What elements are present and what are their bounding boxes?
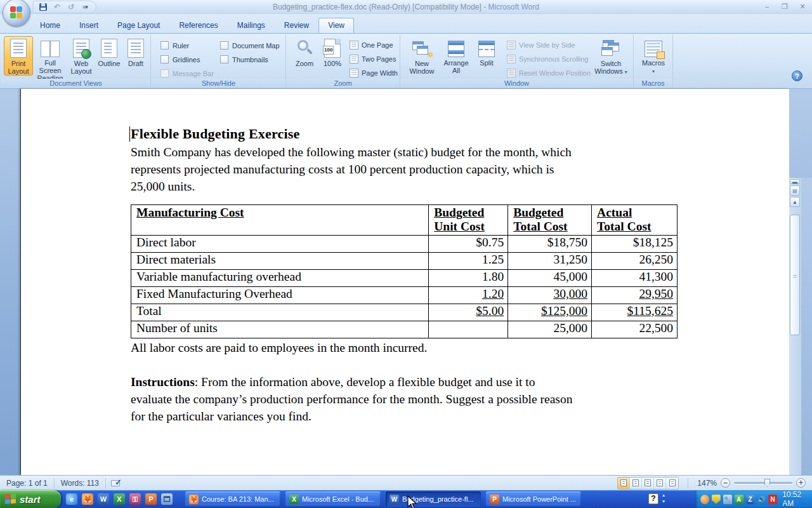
customize-qat-button[interactable]: ≡▾ bbox=[79, 2, 91, 12]
full-screen-reading-button[interactable]: Full Screen Reading bbox=[34, 36, 66, 83]
draft-view-button[interactable] bbox=[666, 478, 678, 489]
tools-icon[interactable]: 🔧 bbox=[723, 495, 732, 504]
gridlines-checkbox[interactable]: Gridlines bbox=[160, 55, 200, 64]
word-icon[interactable]: W bbox=[98, 493, 109, 505]
instructions-paragraph: Instructions: From the information above… bbox=[131, 373, 678, 425]
outline-view-button[interactable] bbox=[654, 478, 666, 489]
two-pages-button[interactable]: Two Pages bbox=[350, 55, 396, 64]
z-app-icon[interactable]: Z bbox=[746, 495, 755, 504]
zoom-button[interactable]: Zoom bbox=[291, 36, 318, 68]
clock[interactable]: 10:52 AM bbox=[782, 490, 812, 508]
norton-icon[interactable]: N bbox=[768, 495, 777, 504]
switch-windows-button[interactable]: Switch Windows ▾ bbox=[592, 36, 630, 77]
zoom-slider[interactable] bbox=[734, 482, 792, 484]
antivirus-icon[interactable]: A bbox=[735, 495, 743, 504]
tab-page-layout[interactable]: Page Layout bbox=[108, 18, 169, 33]
internet-explorer-icon[interactable]: e bbox=[66, 493, 77, 505]
redo-button[interactable]: ↺ bbox=[65, 2, 77, 12]
start-label: start bbox=[20, 494, 41, 505]
macros-label: Macros▾ bbox=[642, 59, 665, 76]
macros-button[interactable]: Macros▾ bbox=[637, 36, 670, 76]
vertical-scrollbar[interactable]: ▬ ▤ ▲ ▼ ◂ ● ▸ bbox=[789, 178, 801, 508]
cell-value: 1.80 bbox=[429, 270, 508, 287]
document-page[interactable]: Flexible Budgeting Exercise Smith Compan… bbox=[20, 89, 789, 475]
access-key-icon[interactable]: ⚿ bbox=[129, 493, 141, 505]
page-width-button[interactable]: Page Width bbox=[350, 69, 398, 77]
help-agent-icon[interactable]: ? bbox=[648, 493, 658, 504]
tab-view[interactable]: View bbox=[318, 18, 354, 33]
zoom-slider-thumb[interactable] bbox=[764, 479, 770, 487]
office-button[interactable] bbox=[3, 0, 30, 27]
one-page-button[interactable]: One Page bbox=[350, 41, 393, 50]
proofing-status-icon[interactable]: ✓ bbox=[111, 479, 122, 488]
taskbar-button-word-active[interactable]: W Budgeting_practice-fl... bbox=[386, 491, 481, 507]
draft-button[interactable]: Draft bbox=[123, 36, 148, 68]
zoom-level[interactable]: 147% bbox=[697, 479, 717, 488]
app-name-text: - Microsoft Word bbox=[483, 3, 539, 11]
page-indicator[interactable]: Page: 1 of 1 bbox=[5, 479, 49, 488]
split-icon bbox=[478, 41, 495, 57]
help-button[interactable]: ? bbox=[792, 70, 802, 81]
zoom-out-button[interactable]: – bbox=[721, 478, 730, 488]
volume-icon[interactable]: 🔊 bbox=[757, 495, 766, 504]
tab-mailings[interactable]: Mailings bbox=[228, 18, 275, 33]
scroll-up-button[interactable]: ▲ bbox=[790, 197, 800, 207]
group-window: ✶ New Window Arrange All Split View Side… bbox=[400, 35, 634, 88]
minimize-button[interactable]: – bbox=[759, 2, 775, 11]
restore-button[interactable]: ❐ bbox=[776, 2, 793, 11]
firefox-icon[interactable]: 🦊 bbox=[82, 493, 93, 505]
print-layout-label: Print Layout bbox=[4, 60, 32, 75]
undo-button[interactable]: ↶ bbox=[51, 2, 63, 12]
taskbar-button-firefox[interactable]: 🦊 Course: BA 213: Man... bbox=[185, 491, 280, 507]
save-button[interactable] bbox=[37, 2, 49, 12]
cell-value: 1.25 bbox=[429, 253, 508, 270]
print-layout-button[interactable]: Print Layout bbox=[4, 36, 33, 76]
two-pages-icon bbox=[350, 55, 358, 64]
tab-review[interactable]: Review bbox=[275, 18, 318, 33]
close-button[interactable]: ✕ bbox=[794, 2, 811, 11]
taskbar-button-excel[interactable]: X Microsoft Excel - Bud... bbox=[285, 491, 381, 507]
ruler-checkbox[interactable]: Ruler bbox=[160, 41, 189, 50]
update-orb-icon[interactable] bbox=[700, 495, 709, 504]
excel-icon[interactable]: X bbox=[114, 493, 125, 505]
synchronous-scrolling-button: Synchronous Scrolling bbox=[507, 55, 588, 64]
powerpoint-icon: P bbox=[490, 495, 499, 504]
ruler-toggle-button[interactable]: ▤ bbox=[790, 185, 800, 196]
document-map-checkbox[interactable]: Document Map bbox=[220, 41, 280, 50]
group-label-show-hide: Show/Hide bbox=[152, 79, 285, 88]
word-count[interactable]: Words: 113 bbox=[60, 479, 100, 488]
taskbar-button-powerpoint[interactable]: P Microsoft PowerPoint ... bbox=[486, 491, 581, 507]
title-bar: Budgeting_practice-flex.doc (Read-Only) … bbox=[0, 0, 812, 14]
split-handle[interactable]: ▬ bbox=[790, 179, 800, 184]
zoom-100-button[interactable]: 100 100% bbox=[319, 36, 346, 68]
web-layout-button[interactable]: Web Layout bbox=[67, 36, 95, 76]
arrange-all-icon bbox=[448, 41, 464, 57]
show-desktop-icon[interactable]: 🗔 bbox=[161, 493, 173, 505]
switch-windows-icon bbox=[601, 40, 620, 58]
new-window-button[interactable]: ✶ New Window bbox=[405, 36, 438, 76]
full-screen-reading-view-button[interactable] bbox=[630, 478, 642, 489]
outline-button[interactable]: Outline bbox=[95, 36, 123, 68]
scrollbar-thumb[interactable] bbox=[790, 215, 800, 335]
split-button[interactable]: Split bbox=[474, 36, 499, 67]
synchronous-scrolling-icon bbox=[507, 55, 516, 64]
taskbar-resize-handle-icon[interactable]: ▴▾ bbox=[662, 492, 665, 505]
thumbnails-label: Thumbnails bbox=[232, 56, 268, 64]
shield-icon[interactable] bbox=[712, 495, 721, 504]
start-button[interactable]: start bbox=[0, 490, 61, 508]
cell-value: 41,300 bbox=[592, 270, 678, 287]
powerpoint-icon[interactable]: P bbox=[145, 493, 157, 505]
arrange-all-button[interactable]: Arrange All bbox=[440, 36, 473, 75]
checkbox-icon bbox=[220, 41, 228, 50]
document-workspace: Flexible Budgeting Exercise Smith Compan… bbox=[0, 89, 812, 475]
tab-insert[interactable]: Insert bbox=[70, 18, 108, 33]
tab-home[interactable]: Home bbox=[30, 18, 70, 33]
tab-references[interactable]: References bbox=[169, 18, 227, 33]
system-tray: 🔧 A Z 🔊 N 10:52 AM bbox=[695, 490, 812, 508]
header-budgeted-unit-cost: BudgetedUnit Cost bbox=[429, 205, 508, 236]
page-width-icon bbox=[350, 69, 358, 77]
thumbnails-checkbox[interactable]: Thumbnails bbox=[220, 55, 268, 64]
zoom-in-button[interactable]: + bbox=[796, 478, 806, 488]
print-layout-view-button[interactable] bbox=[618, 478, 630, 489]
web-layout-view-button[interactable] bbox=[642, 478, 654, 489]
